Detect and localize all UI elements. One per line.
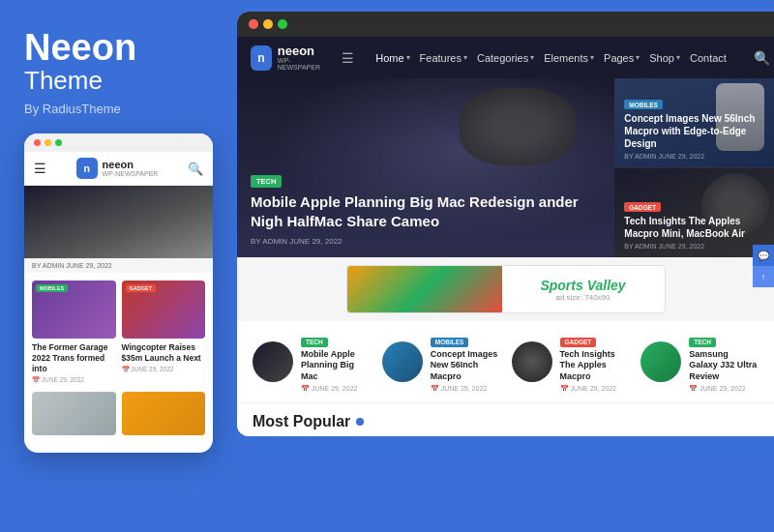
mobile-logo-text: neeon WP-NEWSPAPER [103,160,159,177]
mobile-bottom-2[interactable] [122,392,206,435]
chat-icon: 💬 [758,251,769,261]
browser-top-bar [237,12,774,37]
nav-item-features[interactable]: Features ▾ [420,52,467,64]
article-3-badge: GADGET [560,338,597,347]
browser-dot-green [278,19,287,29]
mobile-hero-image [24,186,213,258]
mobile-dot-yellow [45,139,51,146]
article-4-badge: TECH [689,338,716,347]
ad-image [347,265,502,313]
mobile-article-1-title: The Former Garage 2022 Trans formed into [32,342,116,374]
nav-item-home[interactable]: Home ▾ [375,52,409,64]
float-top-btn[interactable]: ↑ [753,266,774,287]
nav-icons: 🔍 🛒 [754,50,774,66]
hero-side-2-badge: GADGET [624,202,661,212]
hero-main-badge: TECH [251,175,282,188]
hero-side-1-meta: BY ADMIN JUNE 29, 2022 [624,153,764,160]
brand-subtitle: Theme [24,66,218,96]
article-1-date: 📅 JUNE 29, 2022 [301,385,371,393]
ad-brand-name: Sports Valley [512,278,655,293]
article-3-date: 📅 JUNE 29, 2022 [560,385,630,393]
article-list-item-1[interactable]: TECH Mobile Apple Planning Big Mac 📅 JUN… [253,331,371,393]
article-list-item-4[interactable]: TECH Samsung Galaxy J32 Ultra Review 📅 J… [640,331,759,393]
article-4-date: 📅 JUNE 29, 2022 [689,385,759,393]
hero-main[interactable]: TECH Mobile Apple Planning Big Mac Redes… [237,78,614,257]
mobile-dots [24,133,213,152]
mobile-logo: n neeon WP-NEWSPAPER [76,158,159,179]
mobile-nav: ☰ n neeon WP-NEWSPAPER 🔍 [24,152,213,186]
desktop-logo: n neeon WP-NEWSPAPER [251,44,324,71]
nav-item-pages[interactable]: Pages ▾ [604,52,640,64]
nav-item-categories[interactable]: Categories ▾ [477,52,534,64]
nav-item-elements[interactable]: Elements ▾ [544,52,594,64]
nav-item-contact[interactable]: Contact [690,52,727,64]
mobile-article-2-title: Wingcopter Raises $35m Launch a Next [122,342,206,364]
mobile-dot-red [34,139,41,146]
ad-text: Sports Valley ad size: 740x90 [502,273,665,307]
mobile-admin-bar: BY ADMIN JUNE 29, 2022 [24,258,213,273]
article-4-title: Samsung Galaxy J32 Ultra Review [689,349,759,383]
ad-banner: Sports Valley ad size: 740x90 [237,257,774,321]
article-4-info: TECH Samsung Galaxy J32 Ultra Review 📅 J… [689,331,759,393]
nav-items: Home ▾ Features ▾ Categories ▾ Elements … [375,52,727,64]
ad-inner[interactable]: Sports Valley ad size: 740x90 [346,265,666,313]
article-list-row: TECH Mobile Apple Planning Big Mac 📅 JUN… [237,321,774,403]
desktop-logo-icon: n [251,45,272,71]
nav-search-icon[interactable]: 🔍 [754,50,770,66]
hero-side-1-badge: MOBILES [624,100,663,109]
brand-name: Neeon [24,29,218,66]
right-wrapper: n neeon WP-NEWSPAPER ☰ Home ▾ Features ▾… [237,0,774,532]
mobile-articles-row: MOBILES The Former Garage 2022 Trans for… [24,273,213,392]
brand-by: By RadiusTheme [24,102,218,116]
article-3-info: GADGET Tech Insights The Apples Macpro 📅… [560,331,630,393]
hero-controller-image [460,88,576,165]
mobile-article-1[interactable]: MOBILES The Former Garage 2022 Trans for… [32,281,116,384]
article-3-avatar [512,341,552,382]
floating-buttons: 💬 ↑ [753,245,774,287]
article-4-avatar [640,341,681,382]
mobile-bottom-1[interactable] [32,392,116,435]
article-1-info: TECH Mobile Apple Planning Big Mac 📅 JUN… [301,331,371,393]
left-panel: Neeon Theme By RadiusTheme ☰ n neeon WP-… [0,0,237,532]
hero-section: TECH Mobile Apple Planning Big Mac Redes… [237,78,774,257]
hero-side-2-meta: BY ADMIN JUNE 29, 2022 [624,243,764,250]
article-list-item-2[interactable]: MOBILES Concept Images New 56Inch Macpro… [382,331,500,393]
hero-side-1-title: Concept Images New 56Inch Macpro with Ed… [624,112,764,150]
mobile-article-2-date: 📅 JUNE 29, 2022 [122,366,206,373]
most-popular-title: Most Popular [253,413,759,430]
mobile-article-1-badge: MOBILES [36,284,68,292]
hamburger-icon[interactable]: ☰ [34,161,46,176]
article-2-avatar [382,341,423,382]
article-1-avatar [253,341,293,382]
desktop-hamburger-icon[interactable]: ☰ [342,50,354,66]
hero-side-item-2[interactable]: GADGET Tech Insights The Apples Macpro M… [614,168,774,257]
mobile-search-icon[interactable]: 🔍 [188,162,203,176]
popular-dot [356,418,364,426]
right-panel: n neeon WP-NEWSPAPER ☰ Home ▾ Features ▾… [237,12,774,436]
browser-dot-yellow [263,19,273,29]
mobile-article-2[interactable]: GADGET Wingcopter Raises $35m Launch a N… [122,281,206,384]
article-list-item-3[interactable]: GADGET Tech Insights The Apples Macpro 📅… [512,331,630,393]
mobile-article-2-badge: GADGET [126,284,157,292]
hero-side: MOBILES Concept Images New 56Inch Macpro… [614,78,774,257]
desktop-logo-text-wrap: neeon WP-NEWSPAPER [278,44,324,71]
hero-side-2-title: Tech Insights The Apples Macpro Mini, Ma… [624,215,764,240]
desktop-nav: n neeon WP-NEWSPAPER ☰ Home ▾ Features ▾… [237,37,774,78]
mobile-mockup: ☰ n neeon WP-NEWSPAPER 🔍 BY ADMIN JUNE 2… [24,133,213,453]
article-3-title: Tech Insights The Apples Macpro [560,349,630,383]
article-2-badge: MOBILES [431,338,469,347]
hero-main-meta: BY ADMIN JUNE 29, 2022 [251,237,601,246]
mobile-hero [24,186,213,258]
browser-dot-red [249,19,258,29]
hero-main-title: Mobile Apple Planning Big Mac Redesign a… [251,192,601,232]
mobile-article-1-date: 📅 JUNE 29, 2022 [32,376,116,384]
article-2-date: 📅 JUNE 29, 2022 [431,385,500,393]
article-1-title: Mobile Apple Planning Big Mac [301,349,371,383]
nav-item-shop[interactable]: Shop ▾ [649,52,680,64]
article-2-title: Concept Images New 56Inch Macpro [431,349,500,383]
article-2-info: MOBILES Concept Images New 56Inch Macpro… [431,331,500,393]
most-popular-section: Most Popular [237,403,774,436]
ad-size-text: ad size: 740x90 [512,293,655,302]
hero-side-item-1[interactable]: MOBILES Concept Images New 56Inch Macpro… [614,78,774,168]
arrow-up-icon: ↑ [761,272,766,282]
